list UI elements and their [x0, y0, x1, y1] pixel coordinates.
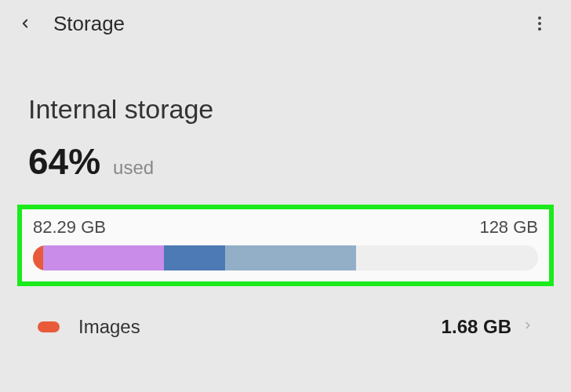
storage-bar [33, 245, 538, 270]
app-header: Storage [0, 0, 571, 47]
bar-segment-blue [164, 245, 224, 270]
category-swatch-icon [38, 321, 60, 332]
category-label: Images [78, 316, 442, 338]
bar-segment-lightblue [225, 245, 356, 270]
bar-segment-purple [43, 245, 165, 270]
total-storage-label: 128 GB [479, 217, 538, 238]
usage-summary: 64% used [28, 140, 543, 183]
chevron-right-icon [522, 320, 533, 334]
bar-segment-free [356, 245, 538, 270]
category-list: Images 1.68 GB [28, 286, 543, 347]
page-title: Storage [53, 12, 125, 36]
more-options-icon[interactable] [530, 14, 549, 33]
section-title: Internal storage [28, 94, 543, 125]
usage-label: used [113, 157, 154, 179]
usage-percent: 64% [28, 140, 100, 183]
category-size: 1.68 GB [442, 316, 511, 338]
bar-segment-images [33, 245, 43, 270]
back-icon[interactable] [16, 14, 35, 33]
storage-bar-highlight: 82.29 GB 128 GB [17, 205, 554, 286]
category-item-images[interactable]: Images 1.68 GB [38, 307, 533, 347]
used-storage-label: 82.29 GB [33, 217, 106, 238]
storage-bar-labels: 82.29 GB 128 GB [33, 217, 538, 238]
